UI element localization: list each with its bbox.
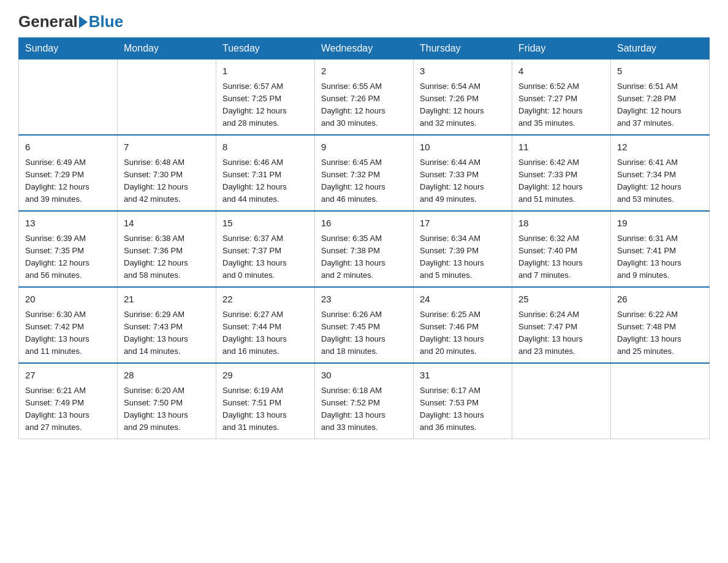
calendar-day-cell [611,363,710,439]
weekday-header-wednesday: Wednesday [315,38,414,59]
calendar-day-cell: 21Sunrise: 6:29 AM Sunset: 7:43 PM Dayli… [118,287,216,363]
day-number: 27 [25,369,111,383]
calendar-day-cell: 30Sunrise: 6:18 AM Sunset: 7:52 PM Dayli… [315,363,414,439]
day-number: 10 [420,140,506,155]
weekday-header-sunday: Sunday [19,38,118,59]
day-info: Sunrise: 6:54 AM Sunset: 7:26 PM Dayligh… [420,80,506,130]
day-info: Sunrise: 6:57 AM Sunset: 7:25 PM Dayligh… [222,80,308,130]
calendar-day-cell: 7Sunrise: 6:48 AM Sunset: 7:30 PM Daylig… [118,135,216,211]
calendar-day-cell: 2Sunrise: 6:55 AM Sunset: 7:26 PM Daylig… [315,59,414,136]
day-info: Sunrise: 6:51 AM Sunset: 7:28 PM Dayligh… [617,80,703,130]
calendar-day-cell: 26Sunrise: 6:22 AM Sunset: 7:48 PM Dayli… [611,287,710,363]
calendar-day-cell: 9Sunrise: 6:45 AM Sunset: 7:32 PM Daylig… [315,135,414,211]
calendar-day-cell: 14Sunrise: 6:38 AM Sunset: 7:36 PM Dayli… [118,211,216,287]
calendar-day-cell: 4Sunrise: 6:52 AM Sunset: 7:27 PM Daylig… [512,59,611,136]
day-info: Sunrise: 6:55 AM Sunset: 7:26 PM Dayligh… [321,80,407,130]
day-info: Sunrise: 6:34 AM Sunset: 7:39 PM Dayligh… [420,232,506,282]
calendar-day-cell: 3Sunrise: 6:54 AM Sunset: 7:26 PM Daylig… [414,59,512,136]
calendar-day-cell: 5Sunrise: 6:51 AM Sunset: 7:28 PM Daylig… [611,59,710,136]
calendar-week-row: 13Sunrise: 6:39 AM Sunset: 7:35 PM Dayli… [19,211,710,287]
calendar-day-cell: 31Sunrise: 6:17 AM Sunset: 7:53 PM Dayli… [414,363,512,439]
day-number: 5 [617,64,703,79]
logo: General Blue Blue [18,12,123,31]
day-info: Sunrise: 6:49 AM Sunset: 7:29 PM Dayligh… [25,156,111,206]
day-info: Sunrise: 6:26 AM Sunset: 7:45 PM Dayligh… [321,308,407,358]
day-info: Sunrise: 6:37 AM Sunset: 7:37 PM Dayligh… [222,232,308,282]
day-number: 12 [617,140,703,155]
logo-general-text: General [18,12,78,31]
day-number: 18 [518,216,604,231]
calendar-day-cell: 17Sunrise: 6:34 AM Sunset: 7:39 PM Dayli… [414,211,512,287]
day-info: Sunrise: 6:44 AM Sunset: 7:33 PM Dayligh… [420,156,506,206]
day-info: Sunrise: 6:38 AM Sunset: 7:36 PM Dayligh… [124,232,210,282]
calendar-week-row: 20Sunrise: 6:30 AM Sunset: 7:42 PM Dayli… [19,287,710,363]
calendar-day-cell [118,59,216,136]
day-info: Sunrise: 6:18 AM Sunset: 7:52 PM Dayligh… [321,385,407,434]
calendar-day-cell: 27Sunrise: 6:21 AM Sunset: 7:49 PM Dayli… [19,363,118,439]
weekday-header-friday: Friday [512,38,611,59]
day-info: Sunrise: 6:41 AM Sunset: 7:34 PM Dayligh… [617,156,703,206]
calendar-header-row: SundayMondayTuesdayWednesdayThursdayFrid… [19,38,710,59]
day-info: Sunrise: 6:39 AM Sunset: 7:35 PM Dayligh… [25,232,111,282]
day-number: 1 [222,64,308,79]
calendar-day-cell: 24Sunrise: 6:25 AM Sunset: 7:46 PM Dayli… [414,287,512,363]
calendar-day-cell: 10Sunrise: 6:44 AM Sunset: 7:33 PM Dayli… [414,135,512,211]
day-number: 3 [420,64,506,79]
page-header: General Blue Blue [18,12,710,31]
day-number: 17 [420,216,506,231]
day-number: 24 [420,293,506,307]
calendar-day-cell: 23Sunrise: 6:26 AM Sunset: 7:45 PM Dayli… [315,287,414,363]
day-number: 20 [25,293,111,307]
day-number: 7 [124,140,210,155]
calendar-day-cell: 16Sunrise: 6:35 AM Sunset: 7:38 PM Dayli… [315,211,414,287]
day-number: 13 [25,216,111,231]
day-number: 2 [321,64,407,79]
day-number: 15 [222,216,308,231]
day-number: 8 [222,140,308,155]
day-number: 6 [25,140,111,155]
logo-blue-text: Blue [89,12,123,31]
day-info: Sunrise: 6:24 AM Sunset: 7:47 PM Dayligh… [518,308,604,358]
day-info: Sunrise: 6:25 AM Sunset: 7:46 PM Dayligh… [420,308,506,358]
day-info: Sunrise: 6:31 AM Sunset: 7:41 PM Dayligh… [617,232,703,282]
calendar-day-cell: 6Sunrise: 6:49 AM Sunset: 7:29 PM Daylig… [19,135,118,211]
calendar-day-cell [19,59,118,136]
calendar-table: SundayMondayTuesdayWednesdayThursdayFrid… [18,37,710,439]
day-number: 16 [321,216,407,231]
day-info: Sunrise: 6:22 AM Sunset: 7:48 PM Dayligh… [617,308,703,358]
calendar-day-cell: 22Sunrise: 6:27 AM Sunset: 7:44 PM Dayli… [216,287,315,363]
day-number: 29 [222,369,308,383]
calendar-day-cell: 8Sunrise: 6:46 AM Sunset: 7:31 PM Daylig… [216,135,315,211]
day-number: 19 [617,216,703,231]
calendar-day-cell: 28Sunrise: 6:20 AM Sunset: 7:50 PM Dayli… [118,363,216,439]
day-info: Sunrise: 6:35 AM Sunset: 7:38 PM Dayligh… [321,232,407,282]
calendar-day-cell: 29Sunrise: 6:19 AM Sunset: 7:51 PM Dayli… [216,363,315,439]
calendar-week-row: 27Sunrise: 6:21 AM Sunset: 7:49 PM Dayli… [19,363,710,439]
day-number: 22 [222,293,308,307]
day-number: 28 [124,369,210,383]
day-info: Sunrise: 6:52 AM Sunset: 7:27 PM Dayligh… [518,80,604,130]
day-number: 26 [617,293,703,307]
day-number: 9 [321,140,407,155]
day-number: 21 [124,293,210,307]
calendar-day-cell: 15Sunrise: 6:37 AM Sunset: 7:37 PM Dayli… [216,211,315,287]
day-info: Sunrise: 6:45 AM Sunset: 7:32 PM Dayligh… [321,156,407,206]
day-info: Sunrise: 6:48 AM Sunset: 7:30 PM Dayligh… [124,156,210,206]
calendar-day-cell: 20Sunrise: 6:30 AM Sunset: 7:42 PM Dayli… [19,287,118,363]
calendar-day-cell: 12Sunrise: 6:41 AM Sunset: 7:34 PM Dayli… [611,135,710,211]
weekday-header-thursday: Thursday [414,38,512,59]
day-number: 4 [518,64,604,79]
calendar-day-cell [512,363,611,439]
day-info: Sunrise: 6:42 AM Sunset: 7:33 PM Dayligh… [518,156,604,206]
weekday-header-monday: Monday [118,38,216,59]
calendar-week-row: 6Sunrise: 6:49 AM Sunset: 7:29 PM Daylig… [19,135,710,211]
day-info: Sunrise: 6:21 AM Sunset: 7:49 PM Dayligh… [25,385,111,434]
weekday-header-tuesday: Tuesday [216,38,315,59]
calendar-day-cell: 11Sunrise: 6:42 AM Sunset: 7:33 PM Dayli… [512,135,611,211]
weekday-header-saturday: Saturday [611,38,710,59]
day-number: 25 [518,293,604,307]
calendar-day-cell: 18Sunrise: 6:32 AM Sunset: 7:40 PM Dayli… [512,211,611,287]
day-number: 11 [518,140,604,155]
day-info: Sunrise: 6:30 AM Sunset: 7:42 PM Dayligh… [25,308,111,358]
day-info: Sunrise: 6:19 AM Sunset: 7:51 PM Dayligh… [222,385,308,434]
